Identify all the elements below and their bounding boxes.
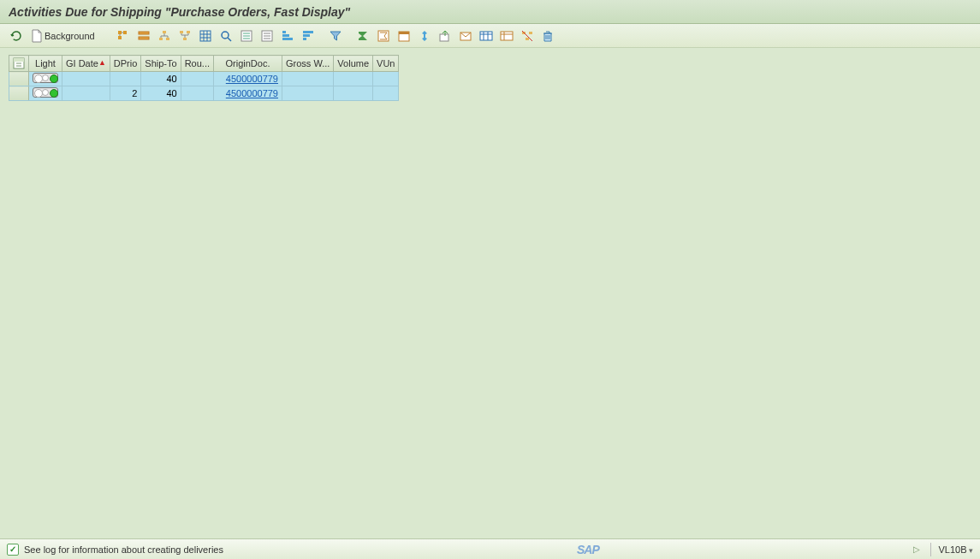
svg-rect-30 xyxy=(282,31,286,33)
row-selector[interactable] xyxy=(9,72,29,86)
pin-button[interactable] xyxy=(415,27,434,45)
svg-rect-12 xyxy=(183,38,187,40)
session-nav-icon[interactable]: ▷ xyxy=(913,544,920,554)
svg-line-19 xyxy=(228,38,231,41)
select-block-button[interactable] xyxy=(134,27,153,45)
sort-desc-button[interactable] xyxy=(299,27,318,45)
sort-indicator-icon: ▲ xyxy=(98,58,106,67)
filter-button[interactable] xyxy=(326,27,345,45)
svg-rect-28 xyxy=(282,38,293,40)
svg-rect-43 xyxy=(501,32,513,40)
svg-rect-29 xyxy=(282,34,289,37)
col-route[interactable]: Rou... xyxy=(181,56,213,72)
page-title: Activities Due for Shipping "Purchase Or… xyxy=(0,0,980,24)
grid-button[interactable] xyxy=(196,27,215,45)
svg-rect-36 xyxy=(399,32,409,34)
svg-rect-33 xyxy=(303,38,306,40)
hierarchy-up-button[interactable] xyxy=(155,27,174,45)
tcode-indicator[interactable]: VL10B xyxy=(938,544,973,555)
status-success-icon xyxy=(7,544,19,556)
svg-rect-32 xyxy=(303,34,310,37)
table-row[interactable]: 40 4500000779 xyxy=(9,72,399,86)
cell-vun xyxy=(373,86,399,101)
export-button[interactable] xyxy=(436,27,454,45)
mail-button[interactable] xyxy=(456,27,475,45)
cell-route xyxy=(181,86,213,101)
cell-origin-doc: 4500000779 xyxy=(214,86,282,101)
origin-doc-link[interactable]: 4500000779 xyxy=(226,88,278,98)
origin-doc-link[interactable]: 4500000779 xyxy=(226,74,278,84)
sap-logo: SAP xyxy=(577,543,599,556)
list2-button[interactable] xyxy=(258,27,276,45)
col-volume[interactable]: Volume xyxy=(334,56,373,72)
find-button[interactable] xyxy=(217,27,235,45)
refresh-button[interactable] xyxy=(7,27,26,45)
cell-dprio xyxy=(110,72,141,86)
app-toolbar: Background xyxy=(0,24,980,48)
header-row: Light GI Date▲ DPrio Ship-To Rou... Orig… xyxy=(9,56,399,72)
cell-ship-to: 40 xyxy=(141,72,181,86)
cell-gross-w xyxy=(282,72,334,86)
traffic-light-icon xyxy=(33,87,58,98)
svg-rect-47 xyxy=(529,32,532,34)
svg-rect-5 xyxy=(139,32,149,34)
svg-rect-48 xyxy=(526,38,529,40)
cell-vun xyxy=(373,72,399,86)
col-ship-to[interactable]: Ship-To xyxy=(141,56,181,72)
svg-rect-10 xyxy=(180,31,183,33)
list-button[interactable] xyxy=(237,27,256,45)
row-selector[interactable] xyxy=(9,86,29,101)
svg-rect-31 xyxy=(303,31,313,33)
svg-rect-54 xyxy=(14,58,24,62)
svg-point-18 xyxy=(222,32,229,39)
background-button[interactable]: Background xyxy=(27,27,102,45)
cell-volume xyxy=(334,72,373,86)
svg-rect-7 xyxy=(163,31,166,33)
col-origin-doc[interactable]: OriginDoc. xyxy=(214,56,282,72)
alv-grid[interactable]: Light GI Date▲ DPrio Ship-To Rou... Orig… xyxy=(9,55,399,101)
svg-rect-2 xyxy=(118,36,122,39)
cell-volume xyxy=(334,86,373,101)
cell-light xyxy=(29,86,62,101)
subtotal-button[interactable] xyxy=(374,27,393,45)
layout-button[interactable] xyxy=(477,27,496,45)
delete-button[interactable] xyxy=(538,27,557,45)
col-gross-w[interactable]: Gross W... xyxy=(282,56,334,72)
col-light[interactable]: Light xyxy=(29,56,62,72)
status-message: See log for information about creating d… xyxy=(24,544,223,555)
details-button[interactable] xyxy=(114,27,133,45)
cell-light xyxy=(29,72,62,86)
select-all-column[interactable] xyxy=(9,56,29,72)
cell-gi-date xyxy=(62,86,110,101)
deselect-button[interactable] xyxy=(518,27,537,45)
content-area: Light GI Date▲ DPrio Ship-To Rou... Orig… xyxy=(0,48,980,538)
traffic-light-icon xyxy=(33,73,58,83)
table-row[interactable]: 2 40 4500000779 xyxy=(9,86,399,101)
svg-rect-6 xyxy=(139,37,149,39)
cell-gi-date xyxy=(62,72,110,86)
svg-rect-1 xyxy=(123,31,127,34)
hierarchy-down-button[interactable] xyxy=(175,27,194,45)
svg-rect-0 xyxy=(118,31,122,34)
page-title-text: Activities Due for Shipping "Purchase Or… xyxy=(9,5,350,19)
svg-rect-13 xyxy=(200,31,211,41)
svg-rect-9 xyxy=(166,38,169,40)
cell-dprio: 2 xyxy=(110,86,141,101)
col-gi-date[interactable]: GI Date▲ xyxy=(62,56,110,72)
status-bar: See log for information about creating d… xyxy=(0,538,980,559)
cell-ship-to: 40 xyxy=(141,86,181,101)
calendar-button[interactable] xyxy=(395,27,413,45)
col-vun[interactable]: VUn xyxy=(373,56,399,72)
cell-gross-w xyxy=(282,86,334,101)
background-label: Background xyxy=(43,31,98,41)
sort-asc-button[interactable] xyxy=(278,27,297,45)
cell-route xyxy=(181,72,213,86)
svg-rect-11 xyxy=(187,31,190,33)
svg-rect-39 xyxy=(480,32,492,40)
svg-rect-37 xyxy=(440,34,448,41)
cell-origin-doc: 4500000779 xyxy=(214,72,282,86)
col-dprio[interactable]: DPrio xyxy=(110,56,141,72)
svg-rect-8 xyxy=(159,38,163,40)
layout-save-button[interactable] xyxy=(497,27,516,45)
sum-button[interactable] xyxy=(353,27,372,45)
